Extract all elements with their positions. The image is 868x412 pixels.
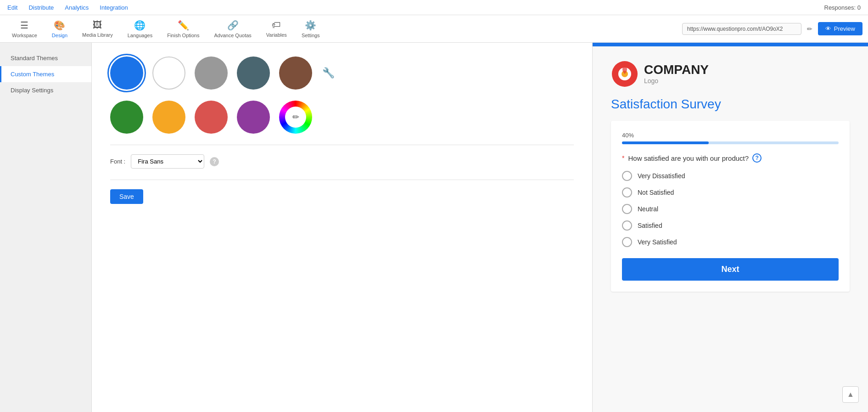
question-help-icon[interactable]: ? [752,153,762,163]
media-library-label: Media Library [82,32,113,38]
languages-toolbar-item[interactable]: 🌐 Languages [121,17,159,41]
font-select[interactable]: Fira Sans Arial Roboto Open Sans Lato Ge… [131,154,204,169]
separator-2 [110,180,574,180]
finish-options-label: Finish Options [167,33,199,38]
sidebar-item-custom-themes[interactable]: Custom Themes [0,66,91,82]
integration-nav[interactable]: Integration [100,4,128,11]
content-panel: 🔧 ✏ Font : Fira Sans Arial Roboto Open S… [92,43,593,412]
radio-circle-0 [622,171,632,181]
radio-option-3[interactable]: Satisfied [622,220,839,231]
settings-wrench-icon[interactable]: 🔧 [321,66,335,80]
radio-option-2[interactable]: Neutral [622,204,839,214]
required-star: * [622,154,624,162]
main-layout: Standard Themes Custom Themes Display Se… [0,43,868,412]
question-row: * How satisfied are you with our product… [622,153,839,163]
advance-quotas-toolbar-item[interactable]: 🔗 Advance Quotas [207,17,258,41]
workspace-icon: ☰ [20,20,28,31]
company-text-area: COMPANY Logo [644,63,709,85]
company-sub: Logo [644,77,709,85]
survey-title: Satisfaction Survey [611,97,850,112]
option-text-4: Very Satisfied [638,238,677,246]
company-name: COMPANY [644,63,709,76]
option-text-3: Satisfied [638,222,662,229]
theme-circle-gray[interactable] [195,56,228,90]
theme-circle-brown[interactable] [279,56,312,90]
finish-options-toolbar-item[interactable]: ✏️ Finish Options [161,17,206,41]
custom-themes-label: Custom Themes [11,71,54,78]
sidebar: Standard Themes Custom Themes Display Se… [0,43,92,412]
progress-bar-wrap [622,141,839,144]
languages-label: Languages [128,33,152,38]
separator [110,145,574,145]
design-toolbar-item[interactable]: 🎨 Design [45,17,74,41]
radio-circle-1 [622,187,632,198]
design-icon: 🎨 [54,20,65,31]
font-row: Font : Fira Sans Arial Roboto Open Sans … [110,154,574,169]
url-bar: ✏ 👁 Preview [682,22,862,35]
theme-circle-orange[interactable] [152,101,185,134]
sidebar-item-standard-themes[interactable]: Standard Themes [0,50,91,66]
theme-circle-green[interactable] [110,101,143,134]
company-logo-area: COMPANY Logo [611,60,850,88]
preview-content: COMPANY Logo Satisfaction Survey 40% * H… [593,46,868,305]
radio-option-4[interactable]: Very Satisfied [622,237,839,247]
radio-circle-3 [622,220,632,231]
font-label: Font : [110,158,125,165]
save-button[interactable]: Save [110,189,143,204]
finish-options-icon: ✏️ [178,20,189,31]
radio-circle-2 [622,204,632,214]
settings-icon: ⚙️ [305,20,316,31]
edit-url-button[interactable]: ✏ [805,23,814,34]
theme-circle-purple[interactable] [237,101,270,134]
company-logo-svg [611,60,638,88]
progress-bar-fill [622,141,709,144]
progress-label: 40% [622,132,839,139]
advance-quotas-icon: 🔗 [227,20,239,31]
workspace-toolbar-item[interactable]: ☰ Workspace [6,17,44,41]
analytics-nav[interactable]: Analytics [65,4,89,11]
advance-quotas-label: Advance Quotas [214,33,251,38]
font-help-icon[interactable]: ? [210,157,219,166]
standard-themes-label: Standard Themes [11,55,58,62]
question-text: How satisfied are you with our product? [628,154,749,162]
option-text-1: Not Satisfied [638,189,674,196]
media-library-icon: 🖼 [93,20,102,30]
settings-label: Settings [302,33,320,38]
theme-row-2: ✏ [110,101,574,134]
top-nav: Edit Distribute Analytics Integration Re… [0,0,868,15]
scroll-to-top-button[interactable]: ▲ [842,386,859,403]
sidebar-item-display-settings[interactable]: Display Settings [0,82,91,98]
workspace-label: Workspace [12,33,37,38]
variables-icon: 🏷 [272,20,281,30]
theme-circle-custom[interactable]: ✏ [279,101,312,134]
theme-row-1: 🔧 [110,56,574,90]
theme-circle-dark-teal[interactable] [237,56,270,90]
media-library-toolbar-item[interactable]: 🖼 Media Library [76,17,119,40]
toolbar: ☰ Workspace 🎨 Design 🖼 Media Library 🌐 L… [0,15,868,43]
display-settings-label: Display Settings [11,87,53,94]
eye-icon: 👁 [825,25,831,32]
distribute-nav[interactable]: Distribute [28,4,54,11]
design-label: Design [52,33,67,38]
theme-circle-red[interactable] [195,101,228,134]
survey-card: 40% * How satisfied are you with our pro… [611,121,850,292]
radio-option-1[interactable]: Not Satisfied [622,187,839,198]
theme-circle-blue[interactable] [110,56,143,90]
theme-circle-white[interactable] [152,56,185,90]
preview-button[interactable]: 👁 Preview [818,22,862,35]
custom-theme-inner-icon: ✏ [285,107,306,128]
url-input[interactable] [682,23,801,35]
responses-badge: Responses: 0 [824,4,861,11]
preview-top-bar [593,43,868,46]
edit-nav[interactable]: Edit [7,4,17,11]
variables-toolbar-item[interactable]: 🏷 Variables [260,17,293,40]
option-text-2: Neutral [638,205,658,213]
radio-option-0[interactable]: Very Dissatisfied [622,171,839,181]
languages-icon: 🌐 [134,20,146,31]
radio-circle-4 [622,237,632,247]
preview-label: Preview [834,25,855,32]
preview-panel: COMPANY Logo Satisfaction Survey 40% * H… [593,43,868,412]
settings-toolbar-item[interactable]: ⚙️ Settings [295,17,326,41]
next-button[interactable]: Next [622,258,839,281]
option-text-0: Very Dissatisfied [638,172,685,180]
